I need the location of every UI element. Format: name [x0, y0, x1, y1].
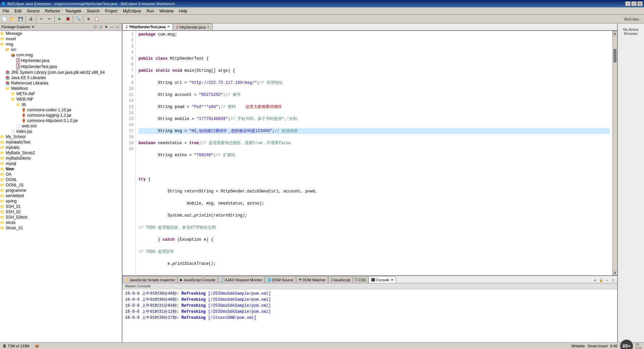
tree-item-ognl-01[interactable]: 📁OGNL_01	[0, 182, 122, 188]
maximize-button[interactable]: □	[631, 1, 637, 6]
tree-item-index-jsp[interactable]: 📄index.jsp	[0, 129, 122, 134]
tree-item-mood[interactable]: 📁mood	[0, 36, 122, 42]
menu-help[interactable]: Help	[176, 8, 190, 14]
toolbar-btn-extra2[interactable]: 📋	[93, 15, 100, 23]
tree-item-mysql[interactable]: 📁mysql	[0, 161, 122, 166]
menu-search[interactable]: Search	[84, 8, 102, 14]
tree-item-mybatisdemo[interactable]: 📁myBatisDemo	[0, 156, 122, 161]
tab-httpsender[interactable]: J HttpSender.java ✕	[173, 23, 213, 30]
console-date: 16-9-6 上午01时39分17秒:	[125, 315, 179, 320]
tree-item-mybatis-struts2[interactable]: 📁MyBatis_Struts2	[0, 150, 122, 156]
tree-item-my-school[interactable]: 📁My_School	[0, 134, 122, 139]
scroll-track[interactable]	[613, 36, 617, 271]
ajax-icon: 🔄	[220, 278, 224, 282]
tree-item-src[interactable]: 📂src	[0, 47, 122, 52]
tree-item-httpsendertest-java[interactable]: JHttpSenderTest.java	[0, 64, 122, 70]
scroll-up-button[interactable]: ▲	[613, 31, 617, 36]
link-editor-button[interactable]: 🔗	[98, 24, 103, 30]
search-button[interactable]: 🔍	[74, 15, 82, 23]
tab-js-console[interactable]: ▶JavaScript Console	[178, 276, 218, 283]
menu-myeclipse[interactable]: MyEclipse	[120, 8, 144, 14]
tab-dom-watcher[interactable]: 👁DOM Watcher	[296, 276, 328, 283]
tree-item-web-inf[interactable]: 📁WEB-INF	[0, 97, 122, 102]
tree-item-commons-httpclient-3-1-0-jar[interactable]: 🏺commons-httpclient-3.1.0.jar	[0, 118, 122, 123]
print-button[interactable]: 🖨	[27, 15, 35, 23]
tab-css[interactable]: CCSS	[353, 276, 369, 283]
console-line: 16-9-6 上午01时30分40秒: Refreshing [/253SmsS…	[125, 297, 614, 303]
tree-item-oa[interactable]: 📁OA	[0, 172, 122, 177]
scroll-down-button[interactable]: ▼	[613, 271, 617, 275]
tree-item-web-xml[interactable]: 📄web.xml	[0, 123, 122, 129]
tree-item-struts[interactable]: 📁struts	[0, 220, 122, 225]
tab-console[interactable]: ⬛Console ✕	[369, 276, 395, 283]
tree-item-meta-inf[interactable]: 📁META-INF	[0, 91, 122, 97]
tree-item-ssh-02test[interactable]: 📁SSH_02test	[0, 215, 122, 220]
package-explorer: Package Explorer ✕ ⬡ 🔗 ▼ — □ 📁Message📁mo…	[0, 23, 122, 342]
tab-ajax-monitor[interactable]: 🔄AJAX Request Monitor	[218, 276, 265, 283]
view-menu-button[interactable]: ▼	[104, 24, 109, 30]
maximize-bottom-button[interactable]: □	[610, 278, 616, 283]
menu-refactor[interactable]: Refactor	[42, 8, 63, 14]
scroll-lock-button[interactable]: 🔒	[598, 278, 604, 283]
tree-item-httpsender-java[interactable]: JHttpSender.java	[0, 58, 122, 64]
tab-dom-source[interactable]: 🌐DOM Source	[265, 276, 296, 283]
tree-item-label: index.jsp	[16, 129, 32, 134]
maximize-panel-button[interactable]: □	[115, 24, 120, 30]
code-content[interactable]: package com.msg; public class HttpSender…	[136, 31, 612, 275]
clear-console-button[interactable]: ✕	[592, 278, 598, 283]
tree-item-com-msg[interactable]: 📦com.msg	[0, 52, 122, 58]
menu-run[interactable]: Run	[144, 8, 157, 14]
tree-item-servlettext[interactable]: 📁servlettext	[0, 193, 122, 198]
tree-item-webroot[interactable]: 📁WebRoot	[0, 86, 122, 91]
redo-button[interactable]: ↪	[46, 15, 53, 23]
toolbar-btn-extra1[interactable]: ⚙	[85, 15, 92, 23]
tree-item-java-ee-5-libraries[interactable]: 📚Java EE 5 Libraries	[0, 75, 122, 80]
tree-item-commons-logging-1-2-jar[interactable]: 🏺commons-logging-1.2.jar	[0, 113, 122, 118]
minimize-panel-button[interactable]: —	[109, 24, 115, 30]
save-button[interactable]: 💾	[17, 15, 24, 23]
tree-item-spring[interactable]: 📁spring	[0, 198, 122, 204]
menu-source[interactable]: Source	[24, 8, 42, 14]
run-button[interactable]: ▶	[56, 15, 63, 23]
close-button[interactable]: ✕	[637, 1, 643, 6]
tab-console-close[interactable]: ✕	[391, 278, 393, 282]
tree-item-lib[interactable]: 📁lib	[0, 102, 122, 107]
tree-item-commons-codec-1-10-jar[interactable]: 🏺commons-codec-1.10.jar	[0, 107, 122, 113]
tree-item-message[interactable]: 📁Message	[0, 31, 122, 36]
console-content[interactable]: 16-9-6 上午01时30分40秒: Refreshing [/253SmsS…	[122, 289, 617, 342]
tab-js-inspector[interactable]: ⚡JavaScript Scripts Inspector	[122, 276, 177, 283]
undo-button[interactable]: ↩	[38, 15, 45, 23]
tree-item-mybatatistest[interactable]: 📁mybatatisTest	[0, 139, 122, 145]
code-editor[interactable]: 12345 678910 1112131415 1617181920 packa…	[122, 31, 617, 275]
new-button[interactable]: 📄	[1, 15, 8, 23]
tree-item-mybatis[interactable]: 📁mybatis	[0, 145, 122, 150]
tree-item-ssh-02[interactable]: 📁SSH_02	[0, 209, 122, 215]
tree-item-referenced-libraries[interactable]: 📚Referenced Libraries	[0, 80, 122, 86]
tree-item-struts-01[interactable]: 📁Struts_01	[0, 225, 122, 231]
tree-item-jre-system-library--com-sun-java-jdk-win32-x86-64[interactable]: 📚JRE System Library [com.sun.java.jdk.wi…	[0, 70, 122, 75]
menu-window[interactable]: Window	[157, 8, 176, 14]
minimize-button[interactable]: ─	[625, 1, 631, 6]
console-line: 16-9-6 上午01时30分40秒: Refreshing [/253SmsS…	[125, 291, 614, 297]
tree-item-msg[interactable]: 📁msg	[0, 42, 122, 47]
brightness-control[interactable]: 65 %	[620, 340, 633, 349]
code-line: mobile, msg, needstatus, extno);	[139, 200, 610, 207]
tree-item-ognl[interactable]: 📁OGNL	[0, 177, 122, 182]
scroll-thumb[interactable]	[613, 49, 616, 62]
tree-item-programme[interactable]: 📁programme	[0, 188, 122, 193]
menu-edit[interactable]: Edit	[12, 8, 24, 14]
menu-navigate[interactable]: Navigate	[63, 8, 84, 14]
collapse-all-button[interactable]: ⬡	[92, 24, 98, 30]
menu-project[interactable]: Project	[102, 8, 120, 14]
editor-scrollbar[interactable]: ▲ ▼	[612, 31, 617, 275]
open-button[interactable]: 📂	[9, 15, 16, 23]
menu-file[interactable]: File	[0, 8, 12, 14]
tree-item-new[interactable]: 📁New	[0, 166, 122, 172]
minimize-bottom-button[interactable]: —	[604, 278, 610, 283]
tree-item-ssh-01[interactable]: 📁SSH_01	[0, 204, 122, 209]
tab-close-2[interactable]: ✕	[207, 25, 210, 29]
tab-httpsendertest[interactable]: J *HttpSenderTest.java ✕	[122, 23, 173, 30]
tab-javascript[interactable]: JJavaScript	[328, 276, 353, 283]
tab-close-1[interactable]: ✕	[167, 25, 170, 28]
debug-button[interactable]: 🐞	[64, 15, 71, 23]
